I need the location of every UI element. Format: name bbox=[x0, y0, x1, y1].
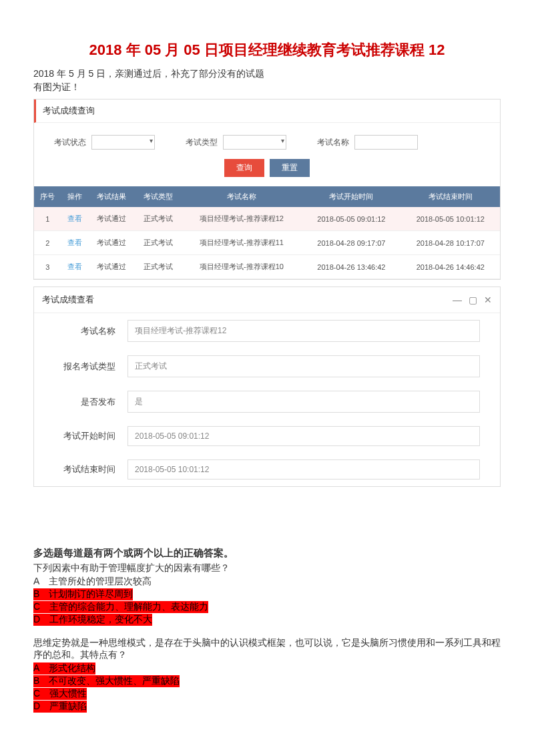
chevron-down-icon: ▾ bbox=[281, 137, 284, 144]
minimize-icon[interactable]: — bbox=[453, 295, 462, 305]
cell-result: 考试通过 bbox=[88, 255, 135, 279]
detail-field-row: 是否发布是 bbox=[34, 384, 500, 419]
results-table: 序号 操作 考试结果 考试类型 考试名称 考试开始时间 考试结束时间 1查看考试… bbox=[34, 186, 500, 279]
cell-num: 1 bbox=[34, 207, 61, 231]
th-name: 考试名称 bbox=[182, 186, 302, 207]
answer-option: B 不可改变、强大惯性、严重缺陷 bbox=[33, 675, 180, 687]
table-row: 3查看考试通过正式考试项目经理考试-推荐课程102018-04-26 13:46… bbox=[34, 255, 500, 279]
detail-panel: 考试成绩查看 — ▢ ✕ 考试名称项目经理考试-推荐课程12报名考试类型正式考试… bbox=[33, 287, 501, 487]
view-link[interactable]: 查看 bbox=[67, 214, 82, 222]
detail-field-row: 考试名称项目经理考试-推荐课程12 bbox=[34, 313, 500, 349]
answer-option: C 强大惯性 bbox=[33, 688, 87, 700]
maximize-icon[interactable]: ▢ bbox=[469, 295, 477, 305]
cell-result: 考试通过 bbox=[88, 231, 135, 255]
status-select[interactable]: ▾ bbox=[91, 135, 155, 150]
field-value: 2018-05-05 09:01:12 bbox=[127, 426, 480, 446]
cell-type: 正式考试 bbox=[135, 255, 182, 279]
question-1: 下列因素中有助于管理幅度扩大的因素有哪些？ A 主管所处的管理层次较高B 计划制… bbox=[33, 562, 501, 626]
search-panel-header: 考试成绩查询 bbox=[34, 100, 500, 123]
th-end: 考试结束时间 bbox=[401, 186, 500, 207]
field-label: 考试名称 bbox=[54, 325, 127, 337]
table-header-row: 序号 操作 考试结果 考试类型 考试名称 考试开始时间 考试结束时间 bbox=[34, 186, 500, 207]
reset-button[interactable]: 重置 bbox=[270, 159, 310, 177]
cell-end: 2018-04-26 14:46:42 bbox=[401, 255, 500, 279]
type-select[interactable]: ▾ bbox=[223, 135, 286, 150]
cell-name: 项目经理考试-推荐课程12 bbox=[182, 207, 302, 231]
cell-name: 项目经理考试-推荐课程11 bbox=[182, 231, 302, 255]
type-label: 考试类型 bbox=[186, 137, 218, 148]
search-panel: 考试成绩查询 考试状态 ▾ 考试类型 ▾ 考试名称 查询 重置 序号 操作 考试… bbox=[33, 99, 501, 280]
view-link[interactable]: 查看 bbox=[67, 238, 82, 246]
answer-option: A 主管所处的管理层次较高 bbox=[33, 576, 152, 588]
q2-prompt: 思维定势就是一种思维模式，是存在于头脑中的认识模式框架，也可以说，它是头脑所习惯… bbox=[33, 637, 501, 661]
detail-title: 考试成绩查看 bbox=[42, 294, 94, 306]
answer-option: D 工作环境稳定，变化不大 bbox=[33, 614, 152, 626]
detail-header: 考试成绩查看 — ▢ ✕ bbox=[34, 287, 500, 313]
name-input[interactable] bbox=[354, 135, 418, 150]
table-row: 2查看考试通过正式考试项目经理考试-推荐课程112018-04-28 09:17… bbox=[34, 231, 500, 255]
field-label: 是否发布 bbox=[54, 396, 127, 408]
evidence-text: 有图为证！ bbox=[33, 81, 501, 93]
multi-choice-heading: 多选题每道题有两个或两个以上的正确答案。 bbox=[33, 547, 501, 560]
th-start: 考试开始时间 bbox=[302, 186, 400, 207]
cell-end: 2018-04-28 10:17:07 bbox=[401, 231, 500, 255]
status-label: 考试状态 bbox=[54, 137, 86, 148]
cell-start: 2018-05-05 09:01:12 bbox=[302, 207, 400, 231]
field-value: 2018-05-05 10:01:12 bbox=[127, 459, 480, 480]
th-result: 考试结果 bbox=[88, 186, 135, 207]
field-value: 正式考试 bbox=[127, 355, 480, 377]
answer-option: C 主管的综合能力、理解能力、表达能力 bbox=[33, 601, 208, 613]
close-icon[interactable]: ✕ bbox=[484, 295, 492, 305]
table-row: 1查看考试通过正式考试项目经理考试-推荐课程122018-05-05 09:01… bbox=[34, 207, 500, 231]
detail-field-row: 考试开始时间2018-05-05 09:01:12 bbox=[34, 419, 500, 453]
subtitle-text: 2018 年 5 月 5 日，亲测通过后，补充了部分没有的试题 bbox=[33, 68, 501, 80]
question-2: 思维定势就是一种思维模式，是存在于头脑中的认识模式框架，也可以说，它是头脑所习惯… bbox=[33, 637, 501, 713]
th-op: 操作 bbox=[61, 186, 87, 207]
answer-option: D 严重缺陷 bbox=[33, 701, 87, 713]
th-num: 序号 bbox=[34, 186, 61, 207]
chevron-down-icon: ▾ bbox=[150, 137, 153, 144]
cell-num: 2 bbox=[34, 231, 61, 255]
cell-type: 正式考试 bbox=[135, 231, 182, 255]
cell-start: 2018-04-26 13:46:42 bbox=[302, 255, 400, 279]
search-button[interactable]: 查询 bbox=[224, 159, 264, 177]
cell-start: 2018-04-28 09:17:07 bbox=[302, 231, 400, 255]
cell-result: 考试通过 bbox=[88, 207, 135, 231]
field-label: 报名考试类型 bbox=[54, 361, 127, 373]
detail-field-row: 报名考试类型正式考试 bbox=[34, 349, 500, 384]
window-controls: — ▢ ✕ bbox=[453, 295, 492, 305]
field-label: 考试开始时间 bbox=[54, 430, 127, 442]
cell-end: 2018-05-05 10:01:12 bbox=[401, 207, 500, 231]
cell-name: 项目经理考试-推荐课程10 bbox=[182, 255, 302, 279]
th-type: 考试类型 bbox=[135, 186, 182, 207]
cell-num: 3 bbox=[34, 255, 61, 279]
cell-type: 正式考试 bbox=[135, 207, 182, 231]
answer-option: B 计划制订的详尽周到 bbox=[33, 588, 133, 600]
name-label: 考试名称 bbox=[317, 137, 349, 148]
detail-field-row: 考试结束时间2018-05-05 10:01:12 bbox=[34, 453, 500, 486]
answer-option: A 形式化结构 bbox=[33, 663, 95, 675]
button-row: 查询 重置 bbox=[34, 156, 500, 186]
field-label: 考试结束时间 bbox=[54, 463, 127, 476]
search-filters-row: 考试状态 ▾ 考试类型 ▾ 考试名称 bbox=[34, 123, 500, 156]
field-value: 是 bbox=[127, 391, 480, 413]
page-title: 2018 年 05 月 05 日项目经理继续教育考试推荐课程 12 bbox=[33, 40, 501, 60]
q1-prompt: 下列因素中有助于管理幅度扩大的因素有哪些？ bbox=[33, 562, 501, 574]
field-value: 项目经理考试-推荐课程12 bbox=[127, 320, 480, 342]
view-link[interactable]: 查看 bbox=[67, 262, 82, 270]
